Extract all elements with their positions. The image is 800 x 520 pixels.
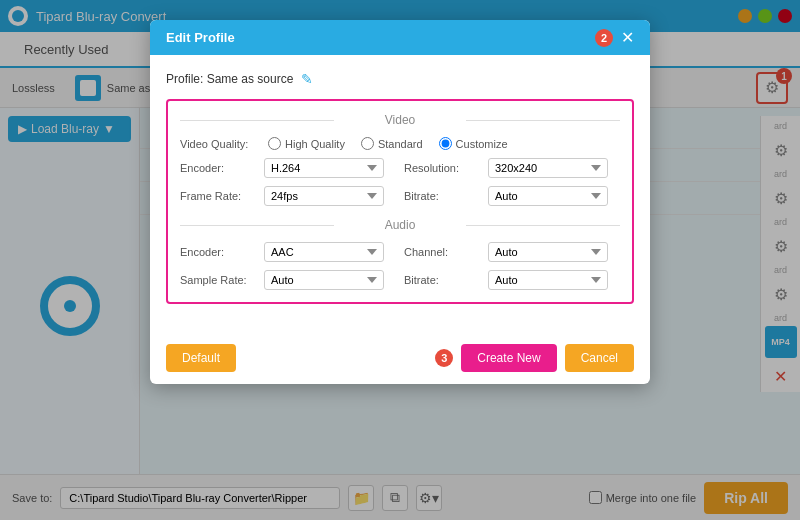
modal-close-button[interactable]: ✕ — [621, 28, 634, 47]
video-section-title: Video — [180, 113, 620, 127]
quality-radio-group: High Quality Standard Customize — [268, 137, 508, 150]
cancel-button[interactable]: Cancel — [565, 344, 634, 372]
audio-bitrate-label: Bitrate: — [404, 274, 484, 286]
edit-profile-modal: Edit Profile 2 ✕ Profile: Same as source… — [150, 20, 650, 384]
modal-badge-2: 2 — [595, 29, 613, 47]
encoder-resolution-row: Encoder: H.264 Resolution: 320x240 — [180, 158, 620, 178]
encoder-select[interactable]: H.264 — [264, 158, 384, 178]
framerate-bitrate-row: Frame Rate: 24fps Bitrate: Auto — [180, 186, 620, 206]
audio-encoder-label: Encoder: — [180, 246, 260, 258]
samplerate-pair: Sample Rate: Auto — [180, 270, 396, 290]
resolution-select[interactable]: 320x240 — [488, 158, 608, 178]
resolution-pair: Resolution: 320x240 — [404, 158, 620, 178]
samplerate-select[interactable]: Auto — [264, 270, 384, 290]
audio-bitrate-select[interactable]: Auto — [488, 270, 608, 290]
audio-encoder-select[interactable]: AAC — [264, 242, 384, 262]
modal-body: Profile: Same as source ✎ Video Video Qu… — [150, 55, 650, 332]
video-bitrate-select[interactable]: Auto — [488, 186, 608, 206]
profile-name-label: Profile: Same as source — [166, 72, 293, 86]
audio-encoder-channel-row: Encoder: AAC Channel: Auto — [180, 242, 620, 262]
audio-section-title: Audio — [180, 218, 620, 232]
samplerate-label: Sample Rate: — [180, 274, 260, 286]
framerate-pair: Frame Rate: 24fps — [180, 186, 396, 206]
footer-right: 3 Create New Cancel — [435, 344, 634, 372]
pink-section: Video Video Quality: High Quality Standa… — [166, 99, 634, 304]
framerate-select[interactable]: 24fps — [264, 186, 384, 206]
video-bitrate-label: Bitrate: — [404, 190, 484, 202]
framerate-label: Frame Rate: — [180, 190, 260, 202]
radio-high-quality[interactable]: High Quality — [268, 137, 345, 150]
modal-header: Edit Profile 2 ✕ — [150, 20, 650, 55]
channel-label: Channel: — [404, 246, 484, 258]
modal-footer: Default 3 Create New Cancel — [150, 332, 650, 384]
radio-customize[interactable]: Customize — [439, 137, 508, 150]
create-new-button[interactable]: Create New — [461, 344, 556, 372]
modal-overlay: Edit Profile 2 ✕ Profile: Same as source… — [0, 0, 800, 520]
video-bitrate-pair: Bitrate: Auto — [404, 186, 620, 206]
modal-title: Edit Profile — [166, 30, 235, 45]
encoder-pair: Encoder: H.264 — [180, 158, 396, 178]
quality-label: Video Quality: — [180, 138, 260, 150]
encoder-label: Encoder: — [180, 162, 260, 174]
audio-encoder-pair: Encoder: AAC — [180, 242, 396, 262]
samplerate-bitrate-row: Sample Rate: Auto Bitrate: Auto — [180, 270, 620, 290]
audio-bitrate-pair: Bitrate: Auto — [404, 270, 620, 290]
modal-badge-3: 3 — [435, 349, 453, 367]
default-button[interactable]: Default — [166, 344, 236, 372]
profile-edit-icon[interactable]: ✎ — [301, 71, 313, 87]
radio-standard[interactable]: Standard — [361, 137, 423, 150]
quality-row: Video Quality: High Quality Standard — [180, 137, 620, 150]
channel-select[interactable]: Auto — [488, 242, 608, 262]
profile-row: Profile: Same as source ✎ — [166, 71, 634, 87]
channel-pair: Channel: Auto — [404, 242, 620, 262]
resolution-label: Resolution: — [404, 162, 484, 174]
